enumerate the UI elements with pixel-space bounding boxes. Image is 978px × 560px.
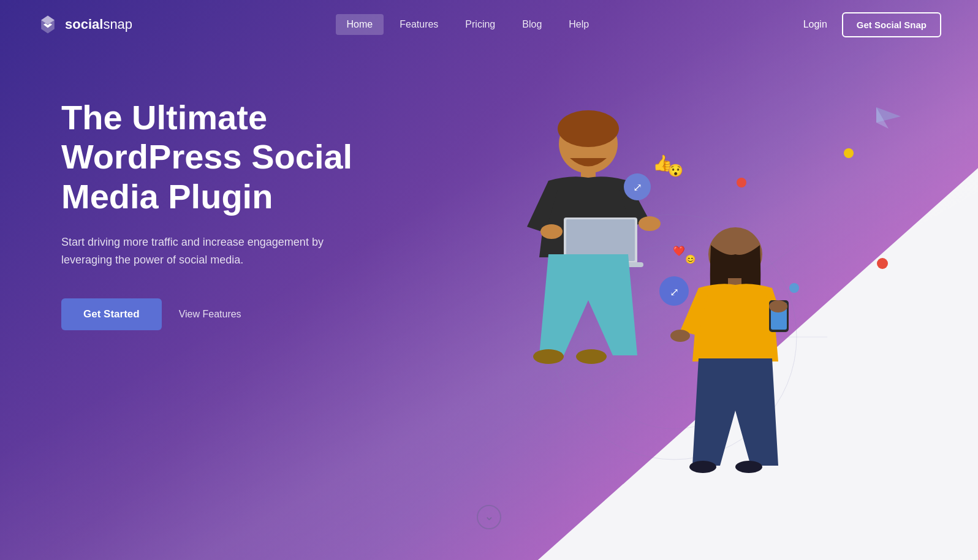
svg-point-8 [558, 110, 619, 147]
login-link[interactable]: Login [803, 19, 827, 30]
nav-pricing[interactable]: Pricing [454, 14, 506, 35]
svg-text:⤢: ⤢ [670, 286, 679, 298]
svg-point-21 [670, 330, 690, 342]
get-started-button[interactable]: Get Started [61, 298, 162, 330]
nav-links: Home Features Pricing Blog Help [336, 14, 601, 35]
svg-point-14 [639, 216, 661, 231]
hero-title: The Ultimate WordPress Social Media Plug… [61, 98, 404, 216]
svg-point-16 [576, 349, 607, 364]
view-features-link[interactable]: View Features [179, 309, 241, 320]
logo[interactable]: socialsnap [37, 13, 132, 36]
logo-icon [37, 13, 59, 36]
svg-point-22 [769, 300, 787, 312]
hero-section: socialsnap Home Features Pricing Blog He… [0, 0, 978, 560]
nav-help[interactable]: Help [558, 14, 600, 35]
svg-text:😯: 😯 [668, 163, 683, 178]
get-social-snap-button[interactable]: Get Social Snap [842, 12, 941, 37]
nav-features[interactable]: Features [389, 14, 449, 35]
hero-subtitle: Start driving more traffic and increase … [61, 233, 331, 269]
nav-home[interactable]: Home [336, 14, 384, 35]
svg-text:⤢: ⤢ [633, 181, 642, 194]
svg-text:❤️: ❤️ [673, 245, 685, 257]
nav-right: Login Get Social Snap [803, 12, 941, 37]
hero-buttons: Get Started View Features [61, 298, 404, 330]
svg-point-36 [877, 258, 888, 269]
nav-blog[interactable]: Blog [511, 14, 553, 35]
svg-point-35 [844, 148, 854, 158]
svg-point-33 [737, 178, 746, 187]
svg-point-34 [789, 283, 799, 293]
svg-point-24 [735, 461, 762, 473]
svg-point-23 [689, 461, 716, 473]
logo-text: socialsnap [65, 17, 132, 32]
navigation: socialsnap Home Features Pricing Blog He… [0, 0, 978, 49]
scroll-down-indicator[interactable] [477, 505, 501, 529]
svg-point-13 [540, 224, 563, 239]
hero-content: The Ultimate WordPress Social Media Plug… [61, 98, 404, 330]
svg-text:😊: 😊 [685, 254, 696, 265]
svg-point-15 [533, 349, 564, 364]
